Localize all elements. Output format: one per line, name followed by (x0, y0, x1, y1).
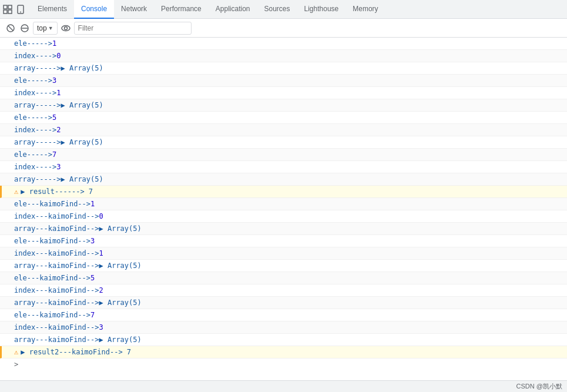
console-line: array---kaimoFind--> ▶ Array(5) (0, 223, 567, 235)
console-line: ele-----> 7 (0, 149, 567, 161)
svg-point-11 (64, 26, 67, 29)
context-label: top (37, 24, 47, 32)
console-line: array---kaimoFind--> ▶ Array(5) (0, 260, 567, 272)
tabs-container: ElementsConsoleNetworkPerformanceApplica… (31, 0, 385, 19)
tab-memory[interactable]: Memory (345, 0, 385, 19)
console-line: array-----> ▶ Array(5) (0, 99, 567, 112)
svg-rect-3 (8, 10, 12, 14)
no-entry-icon[interactable] (19, 22, 31, 34)
console-line: index----> 3 (0, 161, 567, 173)
tab-bar: ElementsConsoleNetworkPerformanceApplica… (0, 0, 567, 19)
warning-icon: ⚠ (14, 347, 18, 357)
svg-rect-2 (4, 10, 7, 14)
inspect-icon[interactable] (2, 4, 13, 15)
tab-console[interactable]: Console (74, 0, 114, 19)
console-line: ⚠▶ result2---kaimoFind--> 7 (0, 346, 567, 359)
console-line: ⚠▶ result------> 7 (0, 186, 567, 198)
svg-line-7 (8, 26, 13, 31)
toolbar: top ▼ (0, 19, 567, 38)
console-line: index----> 1 (0, 87, 567, 99)
svg-rect-0 (4, 5, 7, 9)
console-line: index----> 0 (0, 50, 567, 62)
console-line: array-----> ▶ Array(5) (0, 62, 567, 75)
console-line: ele-----> 5 (0, 112, 567, 124)
eye-icon[interactable] (60, 22, 72, 34)
console-output: ele-----> 1index----> 0array-----> ▶ Arr… (0, 38, 567, 380)
svg-point-5 (20, 11, 21, 12)
tab-performance[interactable]: Performance (154, 0, 209, 19)
tab-lighthouse[interactable]: Lighthouse (297, 0, 346, 19)
console-line: ele-----> 1 (0, 38, 567, 50)
tab-elements[interactable]: Elements (31, 0, 74, 19)
console-line: ele---kaimoFind--> 7 (0, 309, 567, 321)
console-line: ele---kaimoFind--> 1 (0, 198, 567, 210)
filter-input[interactable] (74, 22, 192, 35)
console-line: ele-----> 3 (0, 75, 567, 87)
console-line: ele---kaimoFind--> 5 (0, 272, 567, 284)
console-line: index---kaimoFind--> 0 (0, 210, 567, 223)
console-line: array---kaimoFind--> ▶ Array(5) (0, 334, 567, 346)
tab-sources[interactable]: Sources (257, 0, 297, 19)
console-line: index---kaimoFind--> 3 (0, 321, 567, 334)
console-line: array---kaimoFind--> ▶ Array(5) (0, 297, 567, 309)
console-line: array-----> ▶ Array(5) (0, 173, 567, 186)
console-line: ele---kaimoFind--> 3 (0, 235, 567, 247)
console-line: index---kaimoFind--> 1 (0, 247, 567, 260)
status-bar: CSDN @凯小默 (0, 380, 567, 392)
svg-rect-1 (8, 5, 12, 9)
context-select[interactable]: top ▼ (33, 22, 58, 35)
console-line: index---kaimoFind--> 2 (0, 284, 567, 297)
console-prompt[interactable]: > (0, 359, 567, 370)
mobile-icon[interactable] (15, 4, 26, 15)
devtools-icons (2, 4, 26, 15)
warning-icon: ⚠ (14, 186, 18, 197)
console-line: index----> 2 (0, 124, 567, 136)
status-text: CSDN @凯小默 (516, 382, 562, 391)
clear-console-icon[interactable] (5, 22, 16, 34)
chevron-down-icon: ▼ (48, 25, 53, 31)
tab-network[interactable]: Network (114, 0, 154, 19)
console-line: array-----> ▶ Array(5) (0, 136, 567, 149)
tab-application[interactable]: Application (209, 0, 257, 19)
